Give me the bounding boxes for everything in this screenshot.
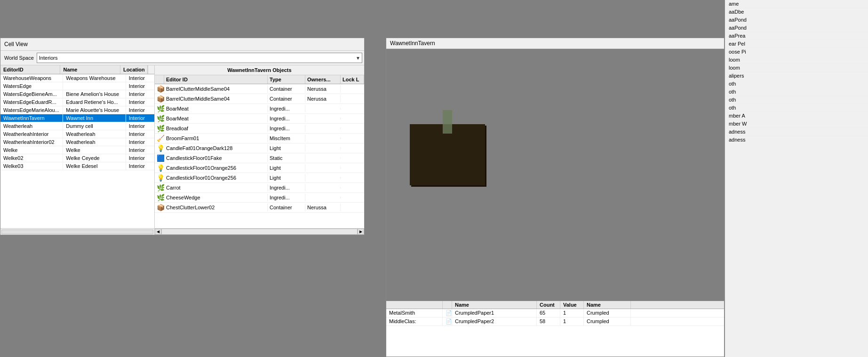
list-item: oth [725,80,868,88]
obj-lockl [341,197,364,198]
scroll-left-btn[interactable]: ◀ [155,229,161,235]
obj-lockl [341,157,364,159]
cell-editorid: WeatherleahInterior [0,130,63,138]
table-row[interactable]: 💡 CandleFat01OrangeDark128 Light [155,143,364,153]
table-row[interactable]: Welke02 Welke Ceyede Interior [0,154,154,162]
world-space-select[interactable]: Interiors [37,53,362,63]
obj-owners: Nerussa [305,95,341,103]
table-row[interactable]: MiddleClas: 📄 CrumpledPaper2 58 1 Crumpl… [386,317,724,326]
obj-type: Container [268,204,305,211]
obj-editorid: CandlestickFloor01Fake [164,154,268,162]
obj-owners: Nerussa [305,204,341,211]
table-row[interactable]: 🟦 CandlestickFloor01Fake Static [155,153,364,163]
table-row[interactable]: 💡 CandlestickFloor01Orange256 Light [155,163,364,173]
table-row[interactable]: WarehouseWeapons Weapons Warehouse Inter… [0,74,154,82]
table-row[interactable]: WawnetInnTavern Wawnet Inn Interior [0,114,154,122]
obj-icon: 🧹 [155,134,164,143]
table-row[interactable]: WatersEdgeEduardR... Eduard Retiene's Ho… [0,98,154,106]
table-row[interactable]: 🧹 BroomFarm01 MiscItem [155,134,364,143]
table-row[interactable]: Welke03 Welke Edesel Interior [0,162,154,170]
cell-editorid: WatersEdgeMarieAlou... [0,106,63,114]
table-row[interactable]: WeatherleahInterior Weatherleah Interior [0,130,154,138]
bt-name: CrumpledPaper1 [452,309,537,317]
scroll-right-btn[interactable]: ▶ [358,229,364,235]
table-row[interactable]: 🌿 Carrot Ingredi... [155,183,364,193]
cell-location: Interior [126,98,154,106]
table-row[interactable]: MetalSmith 📄 CrumpledPaper1 65 1 Crumple… [386,309,724,317]
bt-name: CrumpledPaper2 [452,317,537,325]
cell-location: Interior [126,138,154,146]
table-row[interactable]: WatersEdgeBieneAm... Biene Amelion's Hou… [0,90,154,98]
world-space-label: World Space [4,55,34,61]
bt-col1: MetalSmith [386,309,443,317]
cell-table-body[interactable]: WarehouseWeapons Weapons Warehouse Inter… [0,74,154,228]
obj-col-lockl: Lock L [341,75,364,84]
cell-name: Biene Amelion's House [63,90,126,98]
obj-icon: 🌿 [155,104,164,113]
cell-editorid: WatersEdgeEduardR... [0,98,63,106]
list-item: aaPond [725,24,868,32]
list-item: oth [725,104,868,112]
table-row[interactable]: 🌿 BoarMeat Ingredi... [155,114,364,124]
list-item: aaDbe [725,8,868,16]
table-row[interactable]: WatersEdge Interior [0,82,154,90]
obj-lockl [341,88,364,90]
obj-editorid: CandleFat01OrangeDark128 [164,144,268,152]
obj-lockl [341,167,364,169]
obj-col-icon [155,75,164,84]
table-row[interactable]: 📦 BarrelClutterMiddleSame04 Container Ne… [155,84,364,94]
list-item: oth [725,88,868,96]
obj-owners [305,187,341,189]
obj-owners [305,137,341,139]
table-row[interactable]: WeatherleahInterior02 Weatherleah Interi… [0,138,154,146]
objects-table-body[interactable]: 📦 BarrelClutterMiddleSame04 Container Ne… [155,84,364,228]
cell-location: Interior [126,106,154,114]
table-row[interactable]: 📦 ChestClutterLower02 Container Nerussa [155,203,364,213]
list-item: loom [725,56,868,64]
bt-icon: 📄 [443,317,452,325]
cell-editorid: Welke02 [0,154,63,162]
cell-editorid: Weatherleah [0,122,63,130]
obj-lockl [341,177,364,179]
bt-icon: 📄 [443,309,452,317]
table-row[interactable]: Welke Welke Interior [0,146,154,154]
bt-value: 1 [560,317,584,325]
scroll-h-track[interactable] [1,230,153,234]
cell-name: Dummy cell [63,122,126,130]
table-row[interactable]: WatersEdgeMarieAlou... Marie Alouette's … [0,106,154,114]
cell-scroll-horizontal[interactable] [0,228,154,235]
list-item: loom [725,64,868,72]
cell-editorid: Welke03 [0,162,63,170]
table-row[interactable]: Weatherleah Dummy cell Interior [0,122,154,130]
obj-owners [305,127,341,129]
obj-lockl [341,206,364,208]
table-row[interactable]: 📦 BarrelClutterMiddleSame04 Container Ne… [155,94,364,104]
table-row[interactable]: 🌿 CheeseWedge Ingredi... [155,193,364,203]
bt-value: 1 [560,309,584,317]
obj-lockl [341,137,364,139]
table-row[interactable]: 🌿 BoarMeat Ingredi... [155,104,364,114]
tavern-viewport[interactable] [386,49,724,301]
obj-editorid: BroomFarm01 [164,135,268,142]
cell-name: Welke Ceyede [63,154,126,162]
list-item: alipers [725,72,868,80]
obj-editorid: BoarMeat [164,105,268,112]
bottom-table-body[interactable]: MetalSmith 📄 CrumpledPaper1 65 1 Crumple… [386,309,724,326]
table-row[interactable]: 💡 CandlestickFloor01Orange256 Light [155,173,364,183]
table-row[interactable]: 🌿 Breadloaf Ingredi... [155,124,364,134]
obj-icon: 💡 [155,163,164,173]
bt-count: 58 [537,317,560,325]
cell-name: Weapons Warehouse [63,74,126,82]
col-header-editorid: EditorID [0,65,60,74]
bt-name2: Crumpled [584,317,631,325]
cell-editorid: WatersEdgeBieneAm... [0,90,63,98]
obj-type: Container [268,95,305,103]
bottom-table-header: Name Count Value Name [386,301,724,309]
cell-name: Marie Alouette's House [63,106,126,114]
list-item: aaPond [725,16,868,24]
bt-col-count-header: Count [537,301,560,309]
obj-owners [305,157,341,159]
list-item: mber W [725,120,868,128]
col-header-name: Name [60,65,120,74]
obj-scroll-horizontal[interactable]: ◀ ▶ [155,228,364,235]
